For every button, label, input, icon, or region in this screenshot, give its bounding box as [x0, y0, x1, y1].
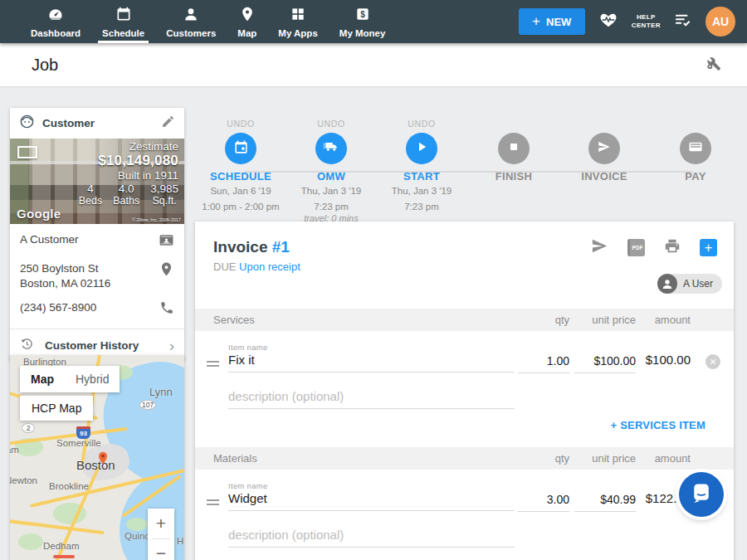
start-step-button[interactable]	[406, 133, 437, 164]
customer-details: A Customer 250 Boylston St Boston, MA 02…	[10, 224, 184, 361]
unit-price-column-header: unit price	[592, 309, 636, 331]
nav-item-my-apps[interactable]: My Apps	[267, 0, 329, 43]
hcp-map-button[interactable]: HCP Map	[20, 396, 93, 421]
service-amount: $100.00	[646, 353, 691, 367]
services-header-row: Services qty unit price amount	[195, 309, 734, 331]
materials-section: Materials qty unit price amount Item nam…	[195, 447, 734, 560]
delete-item-button[interactable]: ✕	[706, 354, 720, 369]
invoice-actions: PDF +	[590, 236, 717, 259]
map-type-map-button[interactable]: Map	[20, 366, 65, 392]
step-time: 7:23 pm	[280, 200, 383, 214]
invoice-due: DUE Upon receipt	[213, 261, 300, 273]
step-date: Thu, Jan 3 '19	[370, 184, 473, 198]
route-2-shield: 2	[22, 423, 35, 433]
step-schedule: UNDO SCHEDULE Sun, Jan 6 '19 1:00 pm - 2…	[189, 112, 292, 213]
task-list-icon[interactable]	[674, 12, 692, 31]
map-pin-icon	[239, 6, 256, 28]
map-label-waltham: Waltham	[10, 445, 19, 455]
top-navbar: Dashboard Schedule Customers Map My Apps…	[0, 0, 747, 43]
nav-label: My Apps	[278, 28, 318, 38]
nav-item-my-money[interactable]: $ My Money	[329, 0, 397, 43]
play-icon	[414, 139, 429, 158]
pdf-icon[interactable]: PDF	[627, 239, 645, 256]
nav-item-customers[interactable]: Customers	[155, 0, 227, 43]
item-name-label: Item name	[228, 343, 268, 352]
chat-fab-button[interactable]	[679, 472, 724, 517]
job-location-pin	[95, 450, 111, 470]
health-heart-icon[interactable]	[598, 11, 618, 32]
job-settings-icon[interactable]	[704, 54, 722, 75]
job-progress-stepper: UNDO SCHEDULE Sun, Jan 6 '19 1:00 pm - 2…	[0, 112, 747, 220]
add-services-item-button[interactable]: + SERVICES ITEM	[611, 419, 706, 431]
new-button[interactable]: + NEW	[519, 8, 585, 35]
step-label: INVOICE	[553, 170, 656, 183]
nav-item-dashboard[interactable]: Dashboard	[20, 0, 91, 43]
customer-address-row: 250 Boylston St Boston, MA 02116	[20, 261, 174, 290]
schedule-step-button[interactable]	[225, 133, 256, 164]
pay-step-button[interactable]	[680, 133, 711, 164]
user-avatar[interactable]: AU	[706, 7, 735, 37]
calendar-icon	[115, 6, 132, 28]
map-label-somerville: Somerville	[56, 438, 101, 448]
new-button-label: NEW	[546, 16, 571, 28]
invoice-step-button[interactable]	[588, 133, 620, 164]
step-label: PAY	[644, 170, 747, 183]
map-widget[interactable]: Burlington Lynn Waltham Somerville Bosto…	[10, 355, 184, 560]
step-omw: UNDO OMW Thu, Jan 3 '19 7:23 pm travel: …	[280, 112, 383, 223]
omw-step-button[interactable]	[315, 133, 347, 164]
help-center-link[interactable]: HELP CENTER	[632, 13, 661, 30]
nav-item-map[interactable]: Map	[227, 0, 267, 43]
customer-name-row: A Customer	[20, 232, 174, 251]
undo-spacer	[462, 119, 565, 129]
map-label-brookline: Brookline	[49, 481, 89, 491]
nav-label: Dashboard	[31, 28, 81, 38]
due-terms-link[interactable]: Upon receipt	[239, 261, 300, 273]
item-name-label: Item name	[228, 481, 268, 490]
map-label-newton: Newton	[10, 475, 37, 485]
send-invoice-icon[interactable]	[590, 236, 609, 259]
service-item-name-input[interactable]	[228, 353, 515, 373]
services-section: Services qty unit price amount Item name…	[195, 309, 734, 447]
route-107-shield: 107	[139, 400, 156, 410]
phone-icon[interactable]	[159, 300, 174, 319]
nav-item-schedule[interactable]: Schedule	[91, 0, 155, 43]
nav-label: My Money	[339, 28, 386, 38]
material-qty-input[interactable]	[518, 493, 569, 512]
undo-spacer	[644, 119, 747, 129]
map-type-hybrid-button[interactable]: Hybrid	[65, 366, 120, 392]
undo-start-button[interactable]: UNDO	[370, 119, 473, 129]
undo-schedule-button[interactable]: UNDO	[189, 119, 292, 129]
add-invoice-button[interactable]: +	[700, 239, 717, 256]
map-type-toggle: Map Hybrid	[20, 366, 120, 392]
undo-omw-button[interactable]: UNDO	[280, 119, 383, 129]
material-item-name-input[interactable]	[228, 491, 515, 511]
customer-phone: (234) 567-8900	[20, 300, 96, 315]
material-unit-price-input[interactable]	[574, 493, 636, 512]
assignee-name: A User	[683, 278, 713, 290]
nav-label: Schedule	[102, 28, 144, 38]
help-line2: CENTER	[632, 22, 661, 30]
drag-handle[interactable]	[207, 499, 219, 508]
print-icon[interactable]	[663, 237, 681, 259]
location-pin-icon[interactable]	[159, 261, 174, 280]
step-pay: PAY	[644, 112, 747, 183]
map-road	[10, 519, 105, 535]
contact-card-icon[interactable]	[159, 232, 174, 251]
materials-header-row: Materials qty unit price amount	[195, 447, 734, 470]
help-line1: HELP	[632, 13, 661, 22]
service-qty-input[interactable]	[518, 354, 569, 373]
invoice-number[interactable]: #1	[272, 238, 290, 256]
unit-price-column-header: unit price	[592, 447, 636, 470]
assignee-chip[interactable]: A User	[657, 274, 722, 294]
due-label: DUE	[213, 261, 236, 273]
material-description-input[interactable]	[228, 528, 515, 548]
finish-step-button[interactable]	[498, 133, 530, 164]
drag-handle[interactable]	[207, 361, 219, 369]
zoom-in-button[interactable]: +	[148, 509, 174, 538]
service-description-input[interactable]	[228, 389, 515, 409]
plus-icon: +	[532, 13, 540, 30]
zoom-out-button[interactable]: −	[148, 539, 174, 560]
service-unit-price-input[interactable]	[574, 354, 636, 373]
truck-icon	[323, 139, 339, 158]
page-title: Job	[32, 56, 58, 75]
